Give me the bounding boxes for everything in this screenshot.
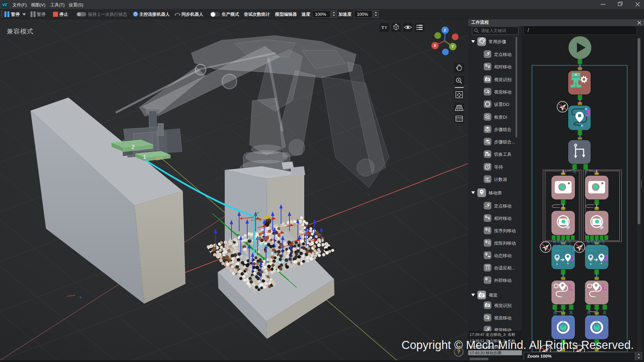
- svg-text:T: T: [381, 25, 384, 30]
- svg-text:失: 失: [595, 319, 599, 323]
- svg-text:划: 划: [561, 314, 565, 319]
- svg-text:有无超未无: 有无超未无: [586, 240, 605, 244]
- svg-text:功: 功: [553, 315, 557, 319]
- svg-text:L: L: [602, 283, 607, 292]
- svg-text:Y: Y: [451, 45, 454, 49]
- svg-text:败: 败: [603, 323, 607, 327]
- svg-text:X: X: [434, 44, 436, 48]
- svg-text:J: J: [603, 253, 608, 262]
- svg-text:继续的调点: 继续的调点: [553, 244, 571, 248]
- svg-text:13:18: 13:18: [257, 243, 267, 248]
- svg-text:失: 失: [561, 319, 565, 323]
- svg-text:T: T: [385, 26, 387, 29]
- svg-text:1: 1: [143, 154, 146, 160]
- svg-text:失: 失: [569, 319, 573, 323]
- svg-text:1: 1: [585, 170, 587, 174]
- svg-text:划: 划: [595, 314, 599, 319]
- svg-text:34: 34: [487, 179, 490, 182]
- svg-text:其: 其: [569, 310, 573, 314]
- svg-text:规: 规: [561, 310, 565, 314]
- svg-text:败: 败: [595, 323, 599, 327]
- svg-text:等要点: 等要点: [553, 248, 564, 252]
- svg-text:DI: DI: [486, 116, 489, 118]
- svg-text:..0: ..0: [488, 280, 490, 282]
- svg-text:17:18: 17:18: [249, 236, 259, 241]
- svg-text:6:18: 6:18: [276, 258, 284, 262]
- svg-text:J: J: [585, 108, 590, 118]
- svg-text:有无超未无: 有无超未无: [553, 240, 571, 244]
- svg-text:他: 他: [603, 315, 607, 319]
- svg-text:VZ: VZ: [2, 3, 7, 7]
- svg-text:规: 规: [595, 310, 599, 314]
- svg-text:败: 败: [569, 323, 573, 327]
- svg-text:Z: Z: [444, 28, 446, 32]
- svg-text:功: 功: [587, 315, 591, 319]
- svg-text:等要点: 等要点: [586, 248, 597, 252]
- svg-text:继续的调点: 继续的调点: [586, 244, 605, 248]
- svg-text:他: 他: [569, 315, 573, 319]
- svg-text:成: 成: [587, 310, 591, 314]
- svg-text:失: 失: [603, 319, 607, 323]
- svg-text:2: 2: [131, 144, 135, 150]
- svg-text:其: 其: [603, 310, 607, 314]
- svg-text:败: 败: [561, 323, 565, 327]
- svg-text:J: J: [570, 253, 574, 262]
- svg-text:成: 成: [553, 310, 557, 314]
- svg-text:L: L: [569, 283, 574, 292]
- svg-text:9:18: 9:18: [267, 250, 275, 255]
- svg-text:0: 0: [574, 170, 576, 174]
